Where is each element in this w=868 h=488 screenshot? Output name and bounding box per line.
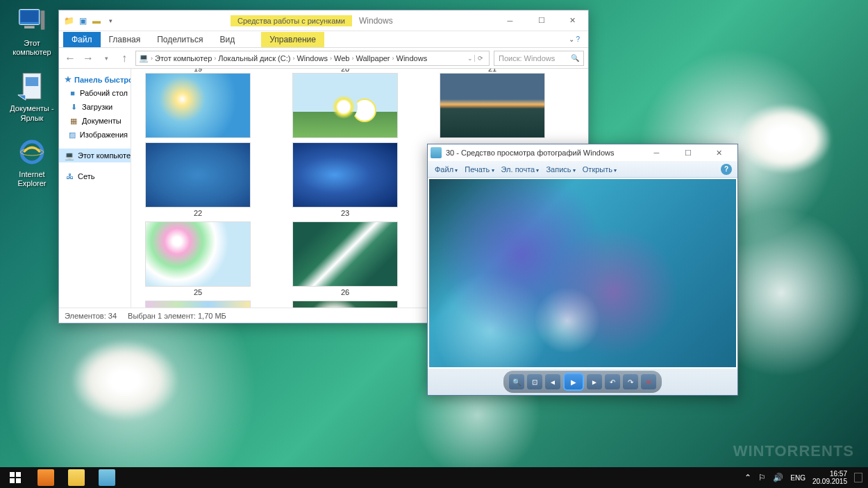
properties-icon[interactable]: ▣ [77, 15, 88, 26]
ie-desktop-icon[interactable]: Internet Explorer [6, 137, 58, 188]
sidebar-desktop[interactable]: ■Рабочий стол [59, 86, 131, 100]
documents-shortcut-desktop-icon[interactable]: Документы - Ярлык [6, 71, 58, 122]
help-icon[interactable]: ? [721, 164, 732, 175]
clock-date: 20.09.2015 [812, 478, 847, 485]
thumbnail-19[interactable]: 19 [145, 69, 251, 138]
sidebar-quick-access[interactable]: ★Панель быстрого д [59, 73, 131, 86]
taskbar-explorer[interactable] [61, 467, 92, 488]
clock[interactable]: 16:57 20.09.2015 [812, 470, 847, 485]
sidebar-pictures[interactable]: ▨Изображения [59, 128, 131, 142]
desktop-icon-label: Internet Explorer [6, 170, 58, 188]
forward-button[interactable]: → [81, 51, 95, 65]
pv-menu-open[interactable]: Открыть [581, 164, 618, 175]
minimize-button[interactable]: ─ [494, 11, 526, 31]
breadcrumb-item[interactable]: Локальный диск (C:) [218, 54, 290, 62]
breadcrumb-item[interactable]: Windows [297, 54, 328, 62]
clock-time: 16:57 [812, 470, 847, 478]
new-folder-icon[interactable]: ▬ [91, 15, 102, 26]
maximize-button[interactable]: ☐ [672, 143, 703, 162]
sidebar-this-pc[interactable]: 💻Этот компьютер [59, 149, 131, 162]
zoom-button[interactable]: 🔍 [509, 374, 524, 389]
desktop-icon-label: Документы - Ярлык [6, 104, 58, 122]
back-button[interactable]: ← [63, 51, 77, 65]
ribbon-file-tab[interactable]: Файл [63, 32, 101, 47]
svg-rect-8 [10, 472, 15, 477]
photoviewer-title: 30 - Средство просмотра фотографий Windo… [446, 149, 614, 157]
explorer-nav: ← → ▾ ↑ 💻 › Этот компьютер› Локальный ди… [59, 48, 588, 69]
up-button[interactable]: ↑ [117, 51, 131, 65]
history-dropdown[interactable]: ▾ [99, 51, 113, 65]
svg-rect-11 [16, 478, 21, 483]
thumbnail-28[interactable]: 28 [145, 301, 251, 308]
photoviewer-titlebar[interactable]: 30 - Средство просмотра фотографий Windo… [428, 144, 737, 161]
ribbon-share-tab[interactable]: Поделиться [149, 32, 211, 47]
thumbnail-21[interactable]: 21 [440, 69, 545, 138]
tray-volume-icon[interactable]: 🔊 [773, 473, 783, 482]
ribbon-view-tab[interactable]: Вид [211, 32, 243, 47]
thumbnail-22[interactable]: 22 [145, 142, 251, 217]
thumbnail-23[interactable]: 23 [292, 142, 398, 217]
thumbnail-29[interactable]: 29 [292, 301, 398, 308]
notifications-icon[interactable] [854, 473, 862, 482]
sidebar-downloads[interactable]: ⬇Загрузки [59, 100, 131, 114]
maximize-button[interactable]: ☐ [526, 11, 557, 31]
pv-menu-print[interactable]: Печать [463, 164, 495, 175]
contextual-tab-label: Средства работы с рисунками [231, 15, 352, 26]
svg-rect-3 [24, 26, 35, 28]
quick-access-toolbar: 📁 ▣ ▬ ▾ [63, 15, 116, 26]
breadcrumb-item[interactable]: Web [334, 54, 349, 62]
sidebar-documents[interactable]: ▦Документы [59, 114, 131, 128]
close-button[interactable]: ✕ [557, 11, 588, 31]
ribbon-home-tab[interactable]: Главная [101, 32, 149, 47]
pv-menu-file[interactable]: Файл [433, 164, 459, 175]
tray-chevron-icon[interactable]: ⌃ [744, 473, 751, 482]
start-button[interactable] [0, 467, 31, 488]
pv-menu-burn[interactable]: Запись [544, 164, 576, 175]
thumbnail-26[interactable]: 26 [292, 221, 398, 296]
language-indicator[interactable]: ENG [790, 474, 806, 482]
pc-icon: 💻 [139, 53, 149, 62]
status-selection: Выбран 1 элемент: 1,70 МБ [128, 312, 226, 320]
taskbar-media-player[interactable] [31, 467, 61, 488]
breadcrumb-item[interactable]: Этот компьютер [155, 54, 212, 62]
photo-viewer-window[interactable]: 30 - Средство просмотра фотографий Windo… [427, 144, 738, 396]
photoviewer-menu: Файл Печать Эл. почта Запись Открыть ? [428, 161, 737, 178]
delete-button[interactable]: ✕ [641, 374, 656, 389]
pv-menu-email[interactable]: Эл. почта [500, 164, 541, 175]
taskbar-photoviewer[interactable] [92, 467, 122, 488]
svg-rect-10 [10, 478, 15, 483]
prev-button[interactable]: ◄ [545, 374, 560, 389]
fit-button[interactable]: ⊡ [527, 374, 542, 389]
breadcrumb[interactable]: 💻 › Этот компьютер› Локальный диск (C:)›… [135, 51, 490, 66]
explorer-title: Windows [359, 16, 393, 26]
svg-rect-5 [26, 78, 38, 87]
sidebar-network[interactable]: 🖧Сеть [59, 169, 131, 183]
documents-icon [17, 71, 47, 101]
refresh-icon[interactable]: ⟳ [474, 55, 486, 62]
desktop-icons-area: Этот компьютер Документы - Ярлык Interne… [6, 6, 58, 188]
ribbon-manage-tab[interactable]: Управление [261, 32, 324, 47]
photoviewer-app-icon [431, 147, 442, 158]
minimize-button[interactable]: ─ [641, 143, 672, 162]
thumbnail-25[interactable]: 25 [145, 221, 251, 296]
rotate-left-button[interactable]: ↶ [605, 374, 620, 389]
explorer-titlebar[interactable]: 📁 ▣ ▬ ▾ Средства работы с рисунками Wind… [59, 10, 588, 31]
search-input[interactable]: Поиск: Windows [494, 51, 584, 66]
qat-dropdown-icon[interactable]: ▾ [105, 15, 116, 26]
status-element-count: Элементов: 34 [65, 312, 117, 320]
slideshow-button[interactable]: ▶ [563, 373, 584, 391]
thumbnail-20[interactable]: 20 [292, 69, 398, 138]
explorer-sidebar: ★Панель быстрого д ■Рабочий стол ⬇Загруз… [59, 69, 131, 308]
ie-icon [17, 137, 47, 167]
svg-rect-1 [21, 10, 39, 22]
ribbon-expand-icon[interactable]: ⌄ ? [569, 35, 584, 43]
this-pc-desktop-icon[interactable]: Этот компьютер [6, 6, 58, 57]
close-button[interactable]: ✕ [703, 143, 735, 162]
tray-flag-icon[interactable]: ⚐ [758, 473, 766, 482]
breadcrumb-dropdown[interactable]: ⌄ [467, 55, 473, 62]
next-button[interactable]: ► [587, 374, 602, 389]
breadcrumb-item[interactable]: Windows [397, 54, 428, 62]
rotate-right-button[interactable]: ↷ [623, 374, 638, 389]
breadcrumb-item[interactable]: Wallpaper [356, 54, 390, 62]
taskbar: ⌃ ⚐ 🔊 ENG 16:57 20.09.2015 [0, 467, 868, 488]
